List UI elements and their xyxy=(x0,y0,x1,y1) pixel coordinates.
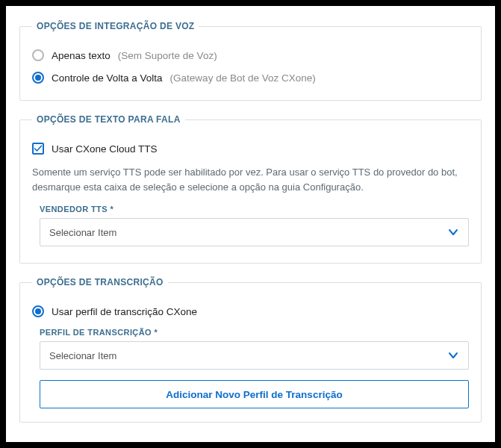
transcription-use-cxone-profile[interactable]: Usar perfil de transcrição CXone xyxy=(32,305,469,317)
voice-integration-section: OPÇÕES DE INTEGRAÇÃO DE VOZ Apenas texto… xyxy=(19,21,482,101)
tts-description: Somente um serviço TTS pode ser habilita… xyxy=(32,165,469,194)
radio-icon xyxy=(32,49,44,61)
transcription-radio-label: Usar perfil de transcrição CXone xyxy=(52,306,197,317)
voice-option-turn-by-turn[interactable]: Controle de Volta a Volta (Gateway de Bo… xyxy=(32,72,469,84)
chevron-down-icon xyxy=(447,349,459,361)
tts-use-cxone-checkbox[interactable]: Usar CXone Cloud TTS xyxy=(32,143,469,155)
transcription-profile-label: PERFIL DE TRANSCRIÇÃO * xyxy=(40,328,469,337)
add-transcription-profile-button[interactable]: Adicionar Novo Perfil de Transcrição xyxy=(40,380,469,408)
tts-vendor-placeholder: Selecionar Item xyxy=(49,227,116,238)
voice-option-hint: (Sem Suporte de Voz) xyxy=(118,50,217,61)
transcription-legend: OPÇÕES DE TRANSCRIÇÃO xyxy=(32,277,168,287)
tts-checkbox-label: Usar CXone Cloud TTS xyxy=(52,143,158,155)
tts-vendor-label: VENDEDOR TTS * xyxy=(40,205,469,214)
tts-legend: OPÇÕES DE TEXTO PARA FALA xyxy=(32,114,185,125)
voice-option-text-only[interactable]: Apenas texto (Sem Suporte de Voz) xyxy=(32,49,469,61)
voice-option-label: Apenas texto xyxy=(52,50,111,61)
add-button-label: Adicionar Novo Perfil de Transcrição xyxy=(166,389,342,400)
tts-section: OPÇÕES DE TEXTO PARA FALA Usar CXone Clo… xyxy=(19,114,482,264)
voice-integration-legend: OPÇÕES DE INTEGRAÇÃO DE VOZ xyxy=(32,21,199,31)
transcription-section: OPÇÕES DE TRANSCRIÇÃO Usar perfil de tra… xyxy=(19,277,482,423)
chevron-down-icon xyxy=(447,226,459,238)
transcription-profile-select[interactable]: Selecionar Item xyxy=(40,341,469,370)
voice-option-label: Controle de Volta a Volta xyxy=(52,72,163,84)
check-icon xyxy=(34,144,43,153)
transcription-profile-placeholder: Selecionar Item xyxy=(49,350,116,361)
settings-panel: OPÇÕES DE INTEGRAÇÃO DE VOZ Apenas texto… xyxy=(6,6,495,442)
tts-vendor-select[interactable]: Selecionar Item xyxy=(40,218,469,246)
checkbox-icon xyxy=(32,143,44,155)
voice-option-hint: (Gateway de Bot de Voz CXone) xyxy=(170,72,316,84)
radio-icon xyxy=(32,72,44,84)
radio-icon xyxy=(32,305,44,317)
